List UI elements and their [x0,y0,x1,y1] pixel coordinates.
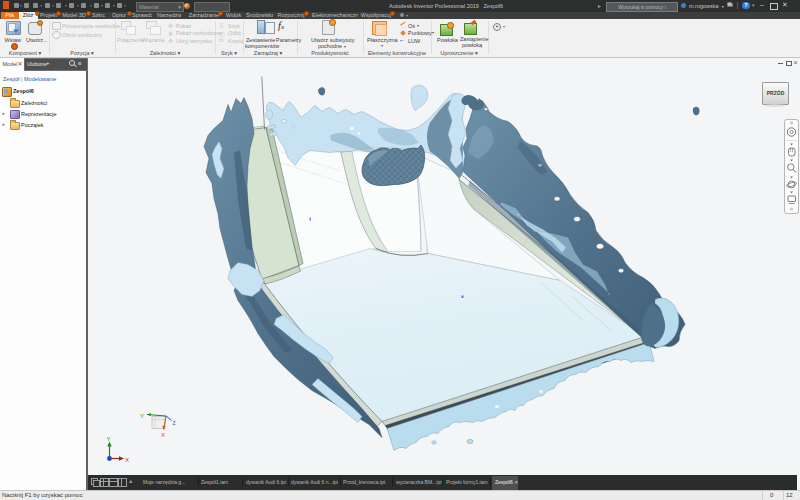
svg-text:Y: Y [140,412,144,418]
svg-text:Z: Z [173,419,176,425]
svg-text:X: X [161,432,165,438]
svg-text:Y: Y [107,435,111,441]
svg-text:X: X [125,456,129,462]
